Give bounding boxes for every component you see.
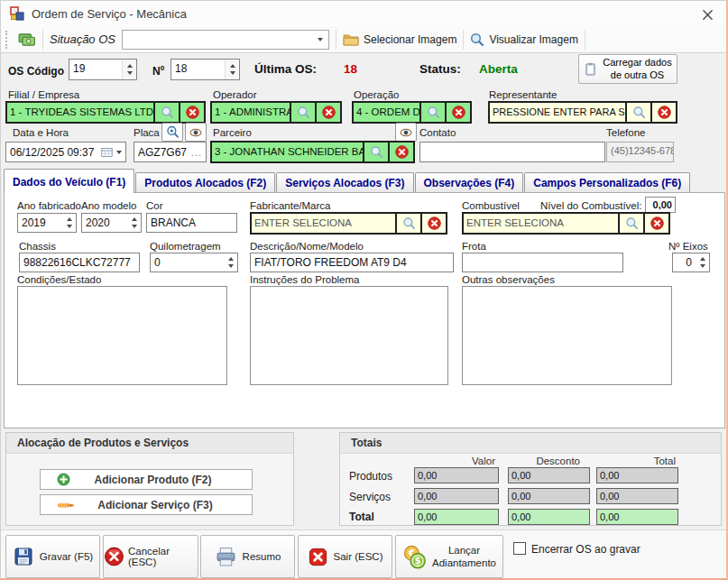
adicionar-servico-button[interactable]: Adicionar Serviço (F3) xyxy=(40,494,253,515)
placa-more-button[interactable]: ... xyxy=(191,147,202,158)
carregar-dados-button[interactable]: Carregar dadosde outra OS xyxy=(578,54,677,84)
service-order-window: Ordem de Serviço - Mecânica Situação OS … xyxy=(0,0,728,580)
descricao-field[interactable]: FIAT/TORO FREEDOM AT9 D4 xyxy=(250,253,454,272)
coins-icon xyxy=(402,545,427,569)
fabricante-clear-button[interactable] xyxy=(420,214,446,233)
data-hora-value: 06/12/2025 09:37 xyxy=(10,146,97,159)
representante-search-button[interactable] xyxy=(625,103,650,122)
operacao-clear-button[interactable] xyxy=(445,103,470,122)
tab-produtos-alocados[interactable]: Produtos Alocados (F2) xyxy=(135,172,275,193)
close-button[interactable] xyxy=(699,6,715,23)
servicos-valor: 0,00 xyxy=(414,488,499,504)
fabricante-value: ENTER SELECIONA xyxy=(252,214,395,233)
select-image-button[interactable]: Selecionar Imagem xyxy=(343,32,456,47)
representante-clear-button[interactable] xyxy=(650,103,676,122)
magnifier-icon xyxy=(470,32,484,47)
tab-campos-personalizados[interactable]: Campos Personalizados (F6) xyxy=(524,172,690,193)
chassis-label: Chassis xyxy=(19,241,56,252)
combustivel-label: Combustível xyxy=(462,200,520,211)
toolbar-grip[interactable] xyxy=(5,31,10,49)
chevron-down-icon[interactable] xyxy=(116,151,122,154)
tab-observacoes[interactable]: Observações (F4) xyxy=(415,172,524,193)
spinner-arrows[interactable] xyxy=(127,214,141,232)
adicionar-produto-label: Adicionar Produto (F2) xyxy=(70,474,252,486)
ano-modelo-value: 2020 xyxy=(82,214,127,232)
filial-clear-button[interactable] xyxy=(179,103,204,122)
encerrar-os-checkbox[interactable] xyxy=(513,542,526,555)
operacao-search-button[interactable] xyxy=(419,103,445,122)
view-image-button[interactable]: Visualizar Imagem xyxy=(470,32,577,47)
chassis-field[interactable]: 98822616CLKC72777 xyxy=(19,253,140,272)
col-total-header: Total xyxy=(596,456,676,466)
os-codigo-spinner[interactable]: 19 xyxy=(69,59,137,80)
search-icon xyxy=(161,106,174,119)
frota-field[interactable] xyxy=(462,253,623,272)
carregar-dados-label: Carregar dadosde outra OS xyxy=(603,57,671,82)
sair-button[interactable]: Sair (ESC) xyxy=(298,535,392,578)
parceiro-view-button[interactable] xyxy=(395,123,417,142)
tab-servicos-alocados[interactable]: Serviços Alocados (F3) xyxy=(276,172,413,193)
fabricante-search-button[interactable] xyxy=(395,214,420,233)
gravar-button[interactable]: Gravar (F5) xyxy=(5,535,100,578)
view-image-label: Visualizar Imagem xyxy=(489,33,577,46)
filial-lookup[interactable]: 1 - TRYIDEAS SISTEMAS LTDA xyxy=(5,101,206,124)
frota-label: Frota xyxy=(462,241,486,252)
operador-clear-button[interactable] xyxy=(315,103,340,122)
adicionar-produto-button[interactable]: Adicionar Produto (F2) xyxy=(40,469,253,490)
operador-search-button[interactable] xyxy=(290,103,315,122)
spinner-arrows[interactable] xyxy=(62,214,76,232)
chevron-down-icon xyxy=(318,38,323,41)
col-valor-header: Valor xyxy=(414,456,495,466)
outras-textarea[interactable] xyxy=(462,286,672,385)
operacao-lookup[interactable]: 4 - ORDEM DE S xyxy=(352,101,472,124)
window-title: Ordem de Serviço - Mecânica xyxy=(32,7,187,21)
totais-title: Totais xyxy=(340,433,721,454)
calendar-icon xyxy=(101,147,113,158)
parceiro-clear-button[interactable] xyxy=(388,143,413,161)
data-hora-label: Data e Hora xyxy=(13,127,69,138)
numero-spinner-arrows[interactable] xyxy=(225,60,239,79)
situacao-os-combobox[interactable] xyxy=(122,30,329,50)
combustivel-search-button[interactable] xyxy=(618,214,643,233)
resumo-label: Resumo xyxy=(243,551,281,562)
representante-lookup[interactable]: PRESSIONE ENTER PARA SE xyxy=(488,101,677,124)
servicos-desconto: 0,00 xyxy=(508,488,590,504)
parceiro-lookup[interactable]: 3 - JONATHAN SCHNEIDER BARB xyxy=(210,141,415,163)
combustivel-lookup[interactable]: ENTER SELECIONA xyxy=(462,212,670,235)
eixos-spinner[interactable]: 0 xyxy=(672,253,710,272)
contato-field[interactable] xyxy=(419,142,605,162)
operador-value: 1 - ADMINISTRAD xyxy=(212,103,290,122)
tab-dados-veiculo[interactable]: Dados do Veículo (F1) xyxy=(4,169,134,193)
search-icon xyxy=(370,145,383,159)
placa-field[interactable]: AGZ7G67 ... xyxy=(134,142,207,162)
quilometragem-spinner[interactable]: 0 xyxy=(150,253,238,272)
data-hora-picker[interactable]: 06/12/2025 09:37 xyxy=(5,142,126,162)
spinner-arrows[interactable] xyxy=(224,253,237,272)
combustivel-clear-button[interactable] xyxy=(643,214,668,233)
operador-lookup[interactable]: 1 - ADMINISTRAD xyxy=(210,101,342,124)
printer-icon xyxy=(215,546,237,568)
placa-view-button[interactable] xyxy=(185,123,207,142)
os-codigo-label: OS Código xyxy=(8,65,64,78)
os-codigo-spinner-arrows[interactable] xyxy=(122,60,136,79)
spinner-arrows[interactable] xyxy=(696,253,709,272)
cancelar-button[interactable]: Cancelar (ESC) xyxy=(103,535,198,578)
lancar-adiantamento-button[interactable]: LançarAdiantamento xyxy=(395,535,503,578)
fabricante-label: Fabricante/Marca xyxy=(250,200,330,211)
fabricante-lookup[interactable]: ENTER SELECIONA xyxy=(250,212,447,235)
ano-fabricado-label: Ano fabricado xyxy=(17,200,81,211)
filial-search-button[interactable] xyxy=(153,103,179,122)
produtos-desconto: 0,00 xyxy=(508,467,590,483)
ano-modelo-spinner[interactable]: 2020 xyxy=(81,213,142,233)
ano-fabricado-spinner[interactable]: 2019 xyxy=(17,213,77,233)
condicoes-textarea[interactable] xyxy=(17,286,227,385)
cor-field[interactable]: BRANCA xyxy=(146,213,237,233)
title-bar: Ordem de Serviço - Mecânica xyxy=(1,1,726,27)
parceiro-search-button[interactable] xyxy=(363,143,388,161)
numero-spinner[interactable]: 18 xyxy=(170,59,240,80)
alocacao-groupbox: Alocação de Produtos e Serviços Adiciona… xyxy=(5,432,294,526)
instrucoes-textarea[interactable] xyxy=(250,286,448,385)
placa-search-button[interactable] xyxy=(161,123,183,142)
os-codigo-value: 19 xyxy=(69,60,122,79)
resumo-button[interactable]: Resumo xyxy=(200,535,295,578)
